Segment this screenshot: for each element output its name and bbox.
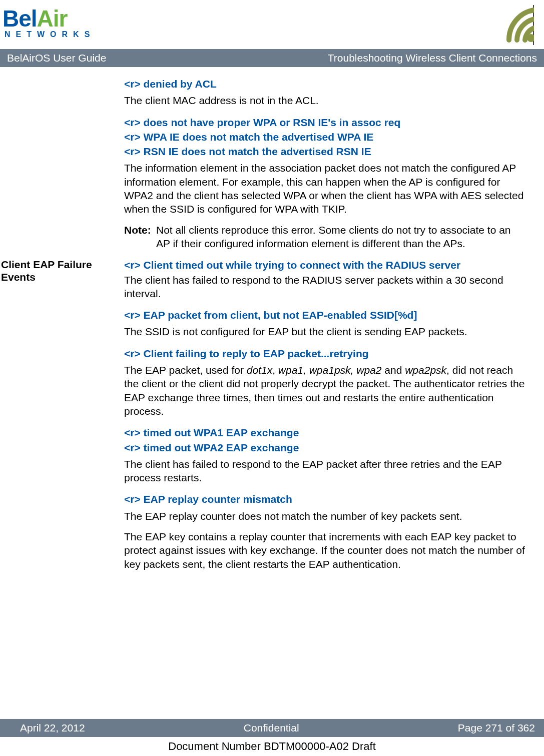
- body-text: The information element in the associati…: [124, 161, 525, 216]
- footer-bar: April 22, 2012 Confidential Page 271 of …: [0, 719, 544, 737]
- logo-part-air: Air: [37, 6, 68, 32]
- msg-heading: <r> EAP packet from client, but not EAP-…: [124, 308, 525, 322]
- italic-term: wpa1, wpa1psk, wpa2: [278, 364, 382, 376]
- body-text: The EAP key contains a replay counter th…: [124, 530, 525, 571]
- msg-heading: <r> Client timed out while trying to con…: [124, 258, 525, 272]
- footer-page: Page 271 of 362: [458, 722, 535, 734]
- msg-heading: <r> EAP replay counter mismatch: [124, 492, 525, 506]
- logo-part-bel: Bel: [3, 6, 37, 32]
- page: BelAir NETWORKS BelAirOS User Guide Trou…: [0, 0, 544, 756]
- msg-heading: <r> timed out WPA2 EAP exchange: [124, 441, 525, 454]
- text: ,: [272, 364, 278, 376]
- logo-subtitle: NETWORKS: [5, 30, 113, 39]
- msg-heading: <r> WPA IE does not match the advertised…: [124, 130, 525, 144]
- italic-term: wpa2psk: [405, 364, 446, 376]
- footer-date: April 22, 2012: [20, 722, 85, 734]
- msg-heading: <r> timed out WPA1 EAP exchange: [124, 426, 525, 439]
- body-text: The EAP packet, used for dot1x, wpa1, wp…: [124, 363, 525, 418]
- note-text: Not all clients reproduce this error. So…: [156, 223, 525, 251]
- title-bar: BelAirOS User Guide Troubleshooting Wire…: [0, 49, 544, 67]
- main-column: <r> denied by ACL The client MAC address…: [124, 77, 525, 578]
- msg-heading: <r> does not have proper WPA or RSN IE's…: [124, 116, 525, 129]
- msg-heading: <r> RSN IE does not match the advertised…: [124, 145, 525, 158]
- body-text: The client MAC address is not in the ACL…: [124, 94, 525, 107]
- sidebar: Client EAP Failure Events: [0, 77, 124, 578]
- top-header: BelAir NETWORKS: [0, 0, 544, 45]
- msg-heading: <r> Client failing to reply to EAP packe…: [124, 347, 525, 360]
- logo: BelAir NETWORKS: [3, 5, 113, 39]
- chapter-title: Troubleshooting Wireless Client Connecti…: [328, 52, 537, 64]
- footer-confidential: Confidential: [244, 722, 299, 734]
- document-number: Document Number BDTM00000-A02 Draft: [0, 740, 544, 753]
- sidebar-heading: Client EAP Failure Events: [1, 258, 124, 283]
- body-text: The client has failed to respond to the …: [124, 273, 525, 301]
- content: Client EAP Failure Events <r> denied by …: [0, 67, 544, 578]
- logo-main: BelAir: [3, 5, 113, 32]
- body-text: The SSID is not configured for EAP but t…: [124, 325, 525, 338]
- body-text: The EAP replay counter does not match th…: [124, 509, 525, 523]
- note-label: Note:: [124, 223, 156, 251]
- text: and: [381, 364, 405, 376]
- body-text: The client has failed to respond to the …: [124, 457, 525, 485]
- note: Note: Not all clients reproduce this err…: [124, 223, 525, 251]
- italic-term: dot1x: [247, 364, 272, 376]
- guide-title: BelAirOS User Guide: [7, 52, 106, 64]
- text: The EAP packet, used for: [124, 364, 247, 376]
- ornament-icon: [473, 5, 534, 45]
- msg-heading: <r> denied by ACL: [124, 77, 525, 91]
